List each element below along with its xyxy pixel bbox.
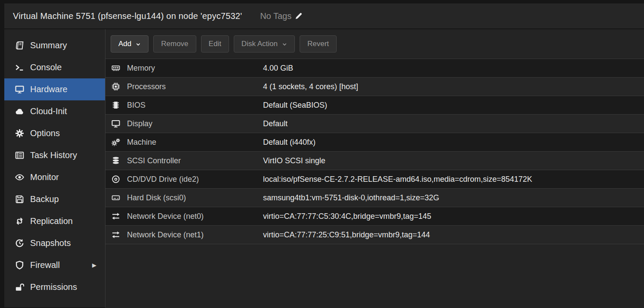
hdd-icon <box>111 193 121 202</box>
sidebar-item-backup[interactable]: Backup <box>4 188 105 210</box>
exchange-icon <box>111 212 121 221</box>
exchange-icon <box>111 230 121 239</box>
row-label: SCSI Controller <box>127 156 263 165</box>
sidebar-item-label: Replication <box>30 216 73 226</box>
sidebar-item-permissions[interactable]: Permissions <box>4 276 105 298</box>
sidebar-item-options[interactable]: Options <box>4 122 105 144</box>
edit-tags-button[interactable]: No Tags <box>260 11 303 21</box>
unlock-icon <box>15 283 25 292</box>
hardware-row-network-device-net1[interactable]: Network Device (net1) virtio=CA:77:77:25… <box>105 226 644 244</box>
toolbar-remove[interactable]: Remove <box>153 35 196 53</box>
sidebar-item-label: Summary <box>30 40 67 50</box>
main-split: Summary Console Hardware Cloud-Init Opti… <box>4 29 644 308</box>
gear-icon <box>15 129 25 138</box>
sidebar-item-label: Firewall <box>30 260 60 270</box>
row-label: CD/DVD Drive (ide2) <box>127 175 263 184</box>
page-title: Virtual Machine 5751 (pfsense-lgu144) on… <box>13 11 242 21</box>
gears-icon <box>111 138 121 146</box>
hardware-toolbar: Add Remove Edit Disk Action Revert <box>105 29 644 59</box>
display-icon <box>111 119 121 128</box>
row-value: Default <box>263 119 288 128</box>
vm-sidebar: Summary Console Hardware Cloud-Init Opti… <box>4 29 105 308</box>
database-icon <box>111 156 121 165</box>
toolbar-revert[interactable]: Revert <box>300 35 337 53</box>
hardware-row-display[interactable]: Display Default <box>105 115 644 133</box>
row-label: Hard Disk (scsi0) <box>127 193 263 202</box>
sidebar-item-firewall[interactable]: Firewall ▶ <box>4 254 105 276</box>
row-label: Display <box>127 119 263 128</box>
row-value: 4.00 GiB <box>263 64 293 73</box>
sidebar-item-cloud-init[interactable]: Cloud-Init <box>4 100 105 122</box>
cloud-icon <box>15 107 25 116</box>
vm-title-bar: Virtual Machine 5751 (pfsense-lgu144) on… <box>4 3 644 28</box>
button-label: Remove <box>161 40 188 48</box>
task-list-icon <box>15 151 25 160</box>
pencil-icon[interactable] <box>294 12 303 20</box>
toolbar-edit[interactable]: Edit <box>201 35 229 53</box>
row-label: Machine <box>127 138 263 147</box>
sidebar-item-console[interactable]: Console <box>4 56 105 78</box>
toolbar-add[interactable]: Add <box>111 35 149 53</box>
hardware-panel: Add Remove Edit Disk Action Revert <box>105 29 644 308</box>
button-label: Revert <box>307 40 329 48</box>
sidebar-item-summary[interactable]: Summary <box>4 34 105 56</box>
bios-chip-icon <box>111 101 121 109</box>
terminal-icon <box>15 63 25 72</box>
hardware-row-bios[interactable]: BIOS Default (SeaBIOS) <box>105 96 644 115</box>
chevron-down-icon <box>136 42 141 47</box>
hardware-row-network-device-net0[interactable]: Network Device (net0) virtio=CA:77:77:C5… <box>105 207 644 226</box>
button-label: Disk Action <box>242 40 278 48</box>
chevron-down-icon <box>282 42 287 47</box>
button-label: Add <box>118 40 131 48</box>
button-label: Edit <box>209 40 221 48</box>
sidebar-item-replication[interactable]: Replication <box>4 210 105 232</box>
row-value: VirtIO SCSI single <box>263 156 325 165</box>
sidebar-item-label: Backup <box>30 194 59 204</box>
hardware-row-cd-dvd-drive-ide2[interactable]: CD/DVD Drive (ide2) local:iso/pfSense-CE… <box>105 170 644 189</box>
sidebar-item-label: Options <box>30 128 60 138</box>
floppy-icon <box>15 195 25 204</box>
sidebar-item-label: Permissions <box>30 282 77 292</box>
hardware-row-machine[interactable]: Machine Default (i440fx) <box>105 133 644 152</box>
sidebar-item-label: Cloud-Init <box>30 106 67 116</box>
sidebar-item-task-history[interactable]: Task History <box>4 144 105 166</box>
hardware-row-hard-disk-scsi0[interactable]: Hard Disk (scsi0) samsung4tb1:vm-5751-di… <box>105 189 644 207</box>
retweet-icon <box>15 217 25 226</box>
sidebar-item-hardware[interactable]: Hardware <box>4 78 105 100</box>
tags-label: No Tags <box>260 11 291 21</box>
sidebar-item-snapshots[interactable]: Snapshots <box>4 232 105 254</box>
sidebar-item-label: Snapshots <box>30 238 71 248</box>
sidebar-item-label: Monitor <box>30 172 59 182</box>
row-value: 4 (1 sockets, 4 cores) [host] <box>263 82 358 91</box>
display-icon <box>15 85 25 94</box>
sidebar-item-label: Hardware <box>30 84 68 94</box>
row-value: virtio=CA:77:77:25:C9:51,bridge=vmbr9,ta… <box>263 230 430 240</box>
eye-icon <box>15 173 25 182</box>
row-value: samsung4tb1:vm-5751-disk-0,iothread=1,si… <box>263 193 439 202</box>
toolbar-disk-action[interactable]: Disk Action <box>234 35 295 53</box>
cdrom-icon <box>111 175 121 184</box>
caret-right-icon: ▶ <box>92 262 96 268</box>
history-icon <box>15 239 25 248</box>
row-label: BIOS <box>127 101 263 110</box>
hardware-row-processors[interactable]: Processors 4 (1 sockets, 4 cores) [host] <box>105 78 644 96</box>
row-label: Memory <box>127 64 263 73</box>
hardware-row-scsi-controller[interactable]: SCSI Controller VirtIO SCSI single <box>105 152 644 170</box>
row-label: Network Device (net0) <box>127 212 263 221</box>
shield-icon <box>15 261 25 270</box>
memory-icon <box>111 64 121 72</box>
row-value: Default (i440fx) <box>263 138 316 147</box>
cpu-icon <box>111 82 121 91</box>
sidebar-item-label: Task History <box>30 150 77 160</box>
row-label: Network Device (net1) <box>127 230 263 240</box>
hardware-row-memory[interactable]: Memory 4.00 GiB <box>105 59 644 78</box>
book-icon <box>15 41 25 50</box>
row-value: local:iso/pfSense-CE-2.7.2-RELEASE-amd64… <box>263 175 532 184</box>
row-value: Default (SeaBIOS) <box>263 101 327 110</box>
hardware-table: Memory 4.00 GiB Processors 4 (1 sockets,… <box>105 59 644 244</box>
sidebar-item-monitor[interactable]: Monitor <box>4 166 105 188</box>
sidebar-item-label: Console <box>30 62 62 72</box>
row-label: Processors <box>127 82 263 91</box>
row-value: virtio=CA:77:77:C5:30:4C,bridge=vmbr9,ta… <box>263 212 431 221</box>
